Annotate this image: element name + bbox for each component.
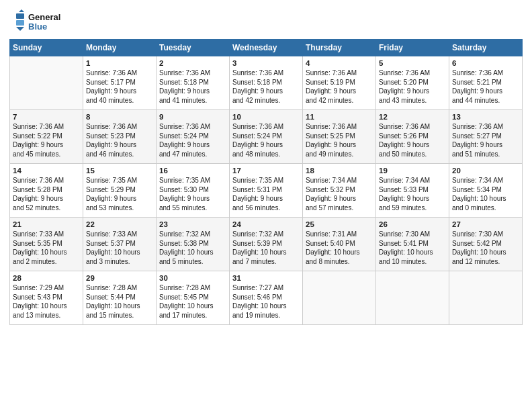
calendar-cell: 29Sunrise: 7:28 AMSunset: 5:44 PMDayligh… xyxy=(83,271,157,325)
calendar-cell: 26Sunrise: 7:30 AMSunset: 5:41 PMDayligh… xyxy=(376,218,449,271)
calendar-cell xyxy=(303,271,376,325)
cell-content: Sunrise: 7:36 AMSunset: 5:23 PMDaylight:… xyxy=(86,122,153,158)
day-number: 16 xyxy=(159,167,226,175)
calendar-cell xyxy=(376,271,449,325)
calendar-cell: 4Sunrise: 7:36 AMSunset: 5:19 PMDaylight… xyxy=(303,56,376,110)
cell-content: Sunrise: 7:32 AMSunset: 5:38 PMDaylight:… xyxy=(159,230,226,266)
day-header-saturday: Saturday xyxy=(449,40,523,56)
day-header-sunday: Sunday xyxy=(10,40,83,56)
calendar-cell: 15Sunrise: 7:35 AMSunset: 5:29 PMDayligh… xyxy=(83,164,157,218)
calendar-cell: 7Sunrise: 7:36 AMSunset: 5:22 PMDaylight… xyxy=(10,110,83,164)
svg-rect-4 xyxy=(16,20,24,26)
day-number: 11 xyxy=(306,113,373,121)
day-number: 19 xyxy=(379,167,446,175)
day-number: 14 xyxy=(13,167,80,175)
cell-content: Sunrise: 7:36 AMSunset: 5:22 PMDaylight:… xyxy=(13,122,80,158)
cell-content: Sunrise: 7:34 AMSunset: 5:34 PMDaylight:… xyxy=(452,176,519,212)
day-number: 26 xyxy=(379,220,446,228)
page-container: General Blue SundayMondayTuesdayWednesda… xyxy=(0,0,532,332)
cell-content: Sunrise: 7:30 AMSunset: 5:41 PMDaylight:… xyxy=(379,230,446,266)
cell-content: Sunrise: 7:28 AMSunset: 5:45 PMDaylight:… xyxy=(159,283,226,320)
cell-content: Sunrise: 7:35 AMSunset: 5:30 PMDaylight:… xyxy=(159,176,226,212)
day-header-friday: Friday xyxy=(376,40,449,56)
day-number: 23 xyxy=(159,220,226,228)
calendar-cell xyxy=(449,271,523,325)
cell-content: Sunrise: 7:35 AMSunset: 5:29 PMDaylight:… xyxy=(86,176,153,212)
calendar-cell: 8Sunrise: 7:36 AMSunset: 5:23 PMDaylight… xyxy=(83,110,157,164)
day-number: 10 xyxy=(232,113,300,121)
day-header-wednesday: Wednesday xyxy=(230,40,303,56)
day-number: 25 xyxy=(306,220,373,228)
day-number: 2 xyxy=(159,59,226,67)
day-number: 31 xyxy=(232,274,300,282)
day-number: 29 xyxy=(86,274,153,282)
cell-content: Sunrise: 7:32 AMSunset: 5:39 PMDaylight:… xyxy=(232,230,300,266)
cell-content: Sunrise: 7:36 AMSunset: 5:20 PMDaylight:… xyxy=(379,68,446,105)
day-number: 21 xyxy=(13,220,80,228)
cell-content: Sunrise: 7:27 AMSunset: 5:46 PMDaylight:… xyxy=(232,283,300,320)
day-number: 9 xyxy=(159,113,226,121)
day-number: 18 xyxy=(306,167,373,175)
calendar-cell: 5Sunrise: 7:36 AMSunset: 5:20 PMDaylight… xyxy=(376,56,449,110)
day-number: 5 xyxy=(379,59,446,67)
day-number: 22 xyxy=(86,220,153,228)
cell-content: Sunrise: 7:36 AMSunset: 5:26 PMDaylight:… xyxy=(379,122,446,158)
calendar-cell: 1Sunrise: 7:36 AMSunset: 5:17 PMDaylight… xyxy=(83,56,157,110)
calendar-cell: 18Sunrise: 7:34 AMSunset: 5:32 PMDayligh… xyxy=(303,164,376,218)
cell-content: Sunrise: 7:36 AMSunset: 5:28 PMDaylight:… xyxy=(13,176,80,212)
calendar-cell: 16Sunrise: 7:35 AMSunset: 5:30 PMDayligh… xyxy=(157,164,230,218)
calendar-table: SundayMondayTuesdayWednesdayThursdayFrid… xyxy=(9,39,523,325)
day-number: 3 xyxy=(232,59,300,67)
cell-content: Sunrise: 7:36 AMSunset: 5:19 PMDaylight:… xyxy=(306,68,373,105)
cell-content: Sunrise: 7:36 AMSunset: 5:24 PMDaylight:… xyxy=(232,122,300,158)
day-header-tuesday: Tuesday xyxy=(157,40,230,56)
logo: General Blue xyxy=(9,9,70,35)
cell-content: Sunrise: 7:29 AMSunset: 5:43 PMDaylight:… xyxy=(13,283,80,320)
day-number: 30 xyxy=(159,274,226,282)
day-number: 1 xyxy=(86,59,153,67)
cell-content: Sunrise: 7:36 AMSunset: 5:18 PMDaylight:… xyxy=(232,68,300,105)
cell-content: Sunrise: 7:35 AMSunset: 5:31 PMDaylight:… xyxy=(232,176,300,212)
svg-text:Blue: Blue xyxy=(28,21,47,32)
svg-marker-2 xyxy=(19,9,24,12)
cell-content: Sunrise: 7:36 AMSunset: 5:25 PMDaylight:… xyxy=(306,122,373,158)
calendar-cell: 17Sunrise: 7:35 AMSunset: 5:31 PMDayligh… xyxy=(230,164,303,218)
day-header-thursday: Thursday xyxy=(303,40,376,56)
calendar-cell: 2Sunrise: 7:36 AMSunset: 5:18 PMDaylight… xyxy=(157,56,230,110)
calendar-cell: 24Sunrise: 7:32 AMSunset: 5:39 PMDayligh… xyxy=(230,218,303,271)
calendar-cell: 11Sunrise: 7:36 AMSunset: 5:25 PMDayligh… xyxy=(303,110,376,164)
calendar-cell: 19Sunrise: 7:34 AMSunset: 5:33 PMDayligh… xyxy=(376,164,449,218)
cell-content: Sunrise: 7:30 AMSunset: 5:42 PMDaylight:… xyxy=(452,230,519,266)
day-number: 20 xyxy=(452,167,519,175)
calendar-cell: 30Sunrise: 7:28 AMSunset: 5:45 PMDayligh… xyxy=(157,271,230,325)
week-row-5: 28Sunrise: 7:29 AMSunset: 5:43 PMDayligh… xyxy=(10,271,523,325)
week-row-1: 1Sunrise: 7:36 AMSunset: 5:17 PMDaylight… xyxy=(10,56,523,110)
cell-content: Sunrise: 7:33 AMSunset: 5:37 PMDaylight:… xyxy=(86,230,153,266)
week-row-3: 14Sunrise: 7:36 AMSunset: 5:28 PMDayligh… xyxy=(10,164,523,218)
calendar-cell: 14Sunrise: 7:36 AMSunset: 5:28 PMDayligh… xyxy=(10,164,83,218)
calendar-cell: 10Sunrise: 7:36 AMSunset: 5:24 PMDayligh… xyxy=(230,110,303,164)
day-number: 6 xyxy=(452,59,519,67)
cell-content: Sunrise: 7:34 AMSunset: 5:33 PMDaylight:… xyxy=(379,176,446,212)
calendar-cell xyxy=(10,56,83,110)
calendar-cell: 13Sunrise: 7:36 AMSunset: 5:27 PMDayligh… xyxy=(449,110,523,164)
cell-content: Sunrise: 7:33 AMSunset: 5:35 PMDaylight:… xyxy=(13,230,80,266)
header: General Blue xyxy=(9,7,523,35)
calendar-cell: 20Sunrise: 7:34 AMSunset: 5:34 PMDayligh… xyxy=(449,164,523,218)
day-number: 28 xyxy=(13,274,80,282)
logo-svg: General Blue xyxy=(9,9,70,35)
calendar-cell: 22Sunrise: 7:33 AMSunset: 5:37 PMDayligh… xyxy=(83,218,157,271)
calendar-cell: 9Sunrise: 7:36 AMSunset: 5:24 PMDaylight… xyxy=(157,110,230,164)
svg-rect-3 xyxy=(16,13,24,19)
day-number: 13 xyxy=(452,113,519,121)
calendar-cell: 31Sunrise: 7:27 AMSunset: 5:46 PMDayligh… xyxy=(230,271,303,325)
cell-content: Sunrise: 7:36 AMSunset: 5:17 PMDaylight:… xyxy=(86,68,153,105)
calendar-cell: 23Sunrise: 7:32 AMSunset: 5:38 PMDayligh… xyxy=(157,218,230,271)
day-number: 24 xyxy=(232,220,300,228)
day-header-monday: Monday xyxy=(83,40,157,56)
day-number: 15 xyxy=(86,167,153,175)
day-number: 12 xyxy=(379,113,446,121)
calendar-cell: 27Sunrise: 7:30 AMSunset: 5:42 PMDayligh… xyxy=(449,218,523,271)
cell-content: Sunrise: 7:28 AMSunset: 5:44 PMDaylight:… xyxy=(86,283,153,320)
calendar-cell: 28Sunrise: 7:29 AMSunset: 5:43 PMDayligh… xyxy=(10,271,83,325)
